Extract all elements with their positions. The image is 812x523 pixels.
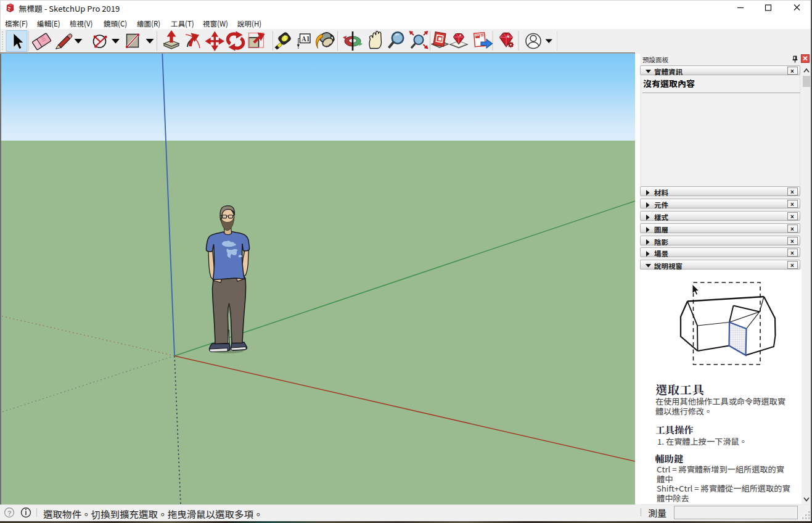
svg-text:A1: A1: [301, 33, 310, 43]
svg-text:?: ?: [7, 508, 12, 517]
